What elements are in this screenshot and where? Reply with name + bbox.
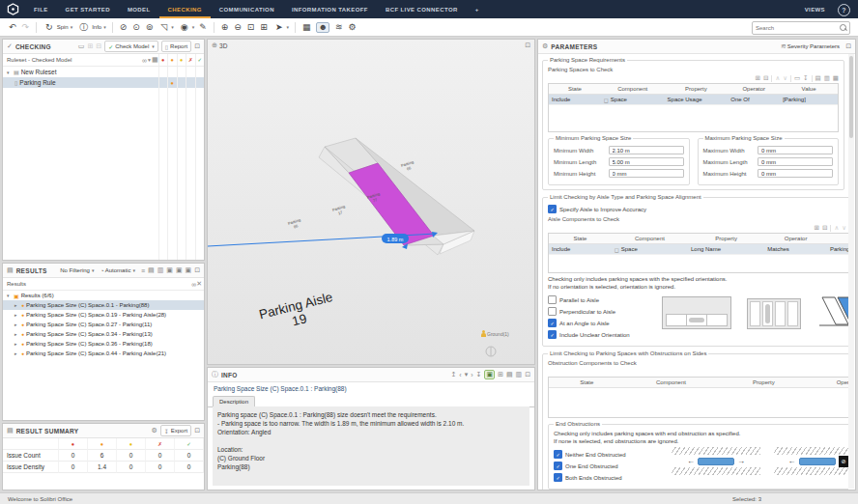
expand-icon[interactable]: ▸ [14, 350, 19, 356]
export-button[interactable]: ↧ Export [160, 425, 191, 436]
close-icon[interactable]: ✕ [196, 280, 202, 288]
flat-view-icon[interactable]: ▤ [148, 266, 155, 274]
first-issue-icon[interactable]: ↥ [450, 371, 456, 378]
menu-bcf-live-connector[interactable]: BCF LIVE CONNECTOR [377, 0, 467, 18]
show-presentation-icon[interactable]: ▣ [484, 370, 495, 379]
parallel-to-aisle-checkbox[interactable]: ✓ [548, 295, 557, 304]
red-severity-icon[interactable]: ● [161, 57, 164, 63]
maximum-height-field[interactable] [758, 169, 833, 178]
add-row-icon[interactable]: ⊞ [814, 224, 818, 232]
markup-icon[interactable]: ✎ [199, 23, 207, 32]
severity-parameters-button[interactable]: ≋ Severity Parameters [781, 42, 840, 50]
filtering-dropdown[interactable]: No Filtering ▾ [60, 267, 94, 273]
expand-icon[interactable]: ▸ [14, 302, 19, 308]
expand-icon[interactable]: ▸ [14, 312, 19, 318]
view-3d-panel[interactable]: 1.89 m Parking66 Parking77 Parking17 Par… [207, 39, 535, 365]
result-item[interactable]: ▸ ● Parking Space Size (C) Space.0.1 - P… [3, 300, 204, 310]
result-item[interactable]: ▸ ● Parking Space Size (C) Space.0.36 - … [3, 339, 204, 349]
move-down-icon[interactable]: ∨ [842, 224, 846, 232]
minimum-height-field[interactable] [609, 169, 684, 178]
expand-icon[interactable]: ▸ [14, 331, 19, 337]
select-tool-button[interactable]: ➤ ▾ [272, 23, 289, 32]
paste-icon[interactable]: ▥ [824, 74, 830, 82]
menu-information-takeoff[interactable]: INFORMATION TAKEOFF [283, 0, 377, 18]
collapse-icon[interactable]: ▾ [7, 293, 12, 298]
viewpoint-icon-1[interactable]: ▣ [166, 266, 173, 274]
expand-icon[interactable]: ▸ [14, 322, 19, 327]
measure-button[interactable]: ◹ ▾ [157, 23, 173, 32]
print-icon[interactable]: ▤ [506, 371, 513, 378]
one-end-obstructed-checkbox[interactable]: ✓ [554, 462, 562, 470]
move-up-icon[interactable]: ∧ [834, 224, 839, 232]
rule-row-parking-rule[interactable]: ▯ Parking Rule ● [3, 77, 204, 88]
next-issue-icon[interactable]: › [471, 372, 472, 378]
viewpoint-icon-2[interactable]: ▣ [176, 266, 183, 274]
accepted-icon[interactable]: ✓ [197, 57, 202, 63]
undo-icon[interactable]: ↶ [9, 23, 16, 32]
collapse-icon[interactable]: ▾ [7, 70, 12, 75]
menu-communication[interactable]: COMMUNICATION [211, 0, 283, 18]
remove-ruleset-icon[interactable]: ⊟ [96, 42, 101, 50]
settings-gear-icon[interactable]: ⚙ [151, 427, 157, 434]
yellow-severity-icon[interactable]: ● [180, 57, 183, 63]
move-up-icon[interactable]: ∧ [775, 74, 780, 82]
maximize-icon[interactable]: ⊡ [194, 266, 200, 274]
minimum-length-field[interactable] [609, 157, 684, 166]
maximize-icon[interactable]: ⊡ [194, 42, 200, 50]
remove-row-icon[interactable]: ⊟ [822, 224, 827, 232]
maximum-length-field[interactable] [758, 157, 833, 166]
specify-aisle-checkbox[interactable]: ✓ [548, 205, 557, 213]
menu-checking[interactable]: CHECKING [159, 0, 211, 18]
transparency-icon[interactable]: ⊙ [132, 23, 140, 32]
viewpoint-icon-3[interactable]: ▣ [186, 266, 192, 274]
menu-add-tab[interactable]: + [467, 0, 488, 18]
search-icon[interactable] [840, 24, 847, 32]
result-item[interactable]: ▸ ● Parking Space Size (C) Space.0.34 - … [3, 329, 204, 339]
automatic-dropdown[interactable]: ◔ Automatic ▾ [100, 267, 134, 274]
maximum-width-field[interactable] [758, 146, 833, 154]
result-item[interactable]: ▸ ● Parking Space Size (C) Space.0.19 - … [3, 310, 204, 320]
add-row-icon[interactable]: ⊞ [755, 74, 759, 82]
ground-marker[interactable]: Ground(1) [481, 330, 509, 337]
open-ruleset-icon[interactable]: ▭ [78, 42, 85, 50]
add-ruleset-icon[interactable]: ⊞ [87, 42, 93, 50]
report-button[interactable]: ▯ Report [161, 41, 191, 52]
table-row[interactable]: Include ◻Space Long Name Matches Parking… [549, 244, 848, 255]
maximize-icon[interactable]: ⊡ [845, 42, 851, 50]
maximize-icon[interactable]: ⊡ [194, 427, 200, 434]
previous-issue-icon[interactable]: ‹ [459, 372, 461, 378]
rejected-icon[interactable]: ✗ [188, 57, 193, 63]
3d-viewport[interactable]: 1.89 m Parking66 Parking77 Parking17 Par… [208, 40, 534, 364]
compass-icon[interactable] [486, 347, 496, 356]
remove-row-icon[interactable]: ⊟ [763, 74, 768, 82]
table-row[interactable]: Include ◻Space Space Usage One Of [Parki… [549, 95, 838, 105]
hide-component-icon[interactable]: ⊘ [120, 23, 128, 32]
neither-end-obstructed-checkbox[interactable]: ✓ [554, 450, 562, 459]
redo-icon[interactable]: ↷ [22, 23, 30, 32]
result-item[interactable]: ▸ ● Parking Space Size (C) Space.0.44 - … [3, 349, 204, 358]
settings-gear-icon[interactable]: ⚙ [349, 23, 357, 32]
section-button[interactable]: ◉ ▾ [178, 23, 194, 32]
move-down-icon[interactable]: ∨ [783, 74, 787, 82]
both-ends-obstructed-checkbox[interactable]: ✓ [554, 473, 562, 482]
add-slide-icon[interactable]: ⊞ [498, 371, 503, 378]
save-icon[interactable]: ↧ [803, 74, 808, 82]
footprint-view-icon[interactable]: ▦ [302, 23, 311, 32]
orange-severity-icon[interactable]: ● [171, 57, 174, 63]
results-root-row[interactable]: ▾ ▣ Results (6/6) [3, 291, 204, 300]
zoom-fit-icon[interactable]: ⊞ [260, 23, 268, 32]
minimum-width-field[interactable] [609, 146, 684, 154]
zoom-out-icon[interactable]: ⊖ [234, 23, 242, 32]
menu-views[interactable]: VIEWS [796, 0, 834, 18]
copy-icon[interactable]: ▤ [815, 74, 821, 82]
scrollbar-thumb[interactable] [849, 56, 853, 138]
vertical-scrollbar[interactable] [848, 54, 854, 489]
layers-icon[interactable]: ≋ [335, 23, 343, 32]
tree-view-icon[interactable]: ≡ [141, 267, 145, 274]
help-icon[interactable]: ? [838, 4, 850, 16]
check-model-button[interactable]: ✓ Check Model ▾ [104, 41, 158, 52]
maximize-icon[interactable]: ⊡ [525, 371, 530, 378]
walk-mode-icon[interactable]: ☻ [316, 22, 329, 33]
result-item[interactable]: ▸ ● Parking Space Size (C) Space.0.27 - … [3, 320, 204, 329]
menu-file[interactable]: FILE [25, 0, 57, 18]
